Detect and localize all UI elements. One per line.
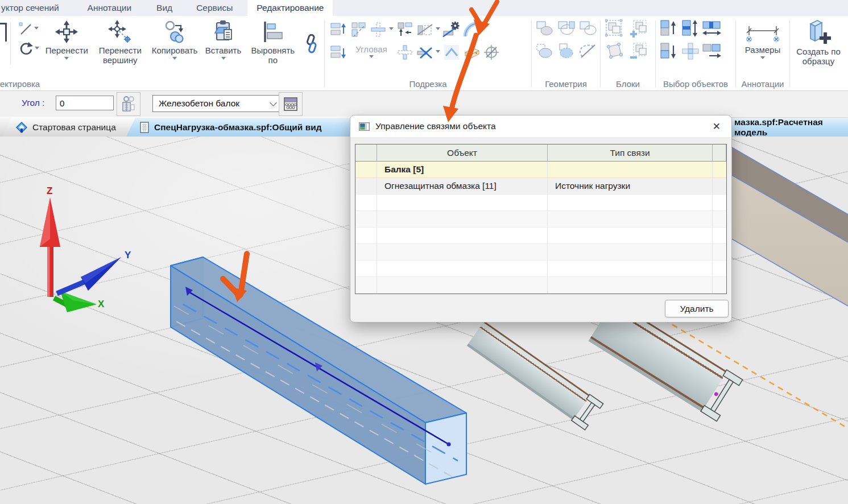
trim-up-button[interactable] bbox=[329, 21, 347, 39]
copy-button[interactable]: Копировать bbox=[149, 18, 200, 62]
table-row-group[interactable]: Балка [5] bbox=[355, 162, 726, 178]
angular-trim-button[interactable]: Угловая bbox=[349, 45, 394, 60]
header-cell-link-type[interactable]: Тип связи bbox=[548, 144, 713, 162]
cross-trim-button[interactable] bbox=[396, 44, 413, 61]
line-tool-icon bbox=[18, 22, 33, 36]
trim-settings-gear-icon bbox=[442, 20, 460, 39]
geometry-intersect2-button[interactable] bbox=[557, 43, 576, 62]
chevron-down-icon[interactable] bbox=[436, 27, 440, 32]
ribbon-group-create: Создать по образцу bbox=[790, 16, 847, 90]
ribbon-group-blocks: Блоки bbox=[601, 16, 655, 90]
copy-label: Копировать bbox=[152, 46, 198, 55]
chevron-down-icon bbox=[221, 57, 226, 62]
close-icon[interactable]: ✕ bbox=[710, 121, 723, 133]
material-style-value: Железобетон балок bbox=[159, 98, 239, 109]
ribbon-group-correction: Перенести Перенести вершину bbox=[0, 16, 324, 90]
create-by-template-button[interactable]: Создать по образцу bbox=[790, 16, 847, 66]
align-by-icon bbox=[260, 20, 286, 43]
table-row[interactable]: Огнезащитная обмазка [11] Источник нагру… bbox=[355, 178, 726, 195]
dialog-title: Управление связями объекта bbox=[375, 121, 496, 131]
ribbon-group-selection: Выбор объектов bbox=[656, 16, 735, 90]
move-button[interactable]: Перенести bbox=[42, 18, 91, 62]
chevron-down-icon[interactable] bbox=[389, 27, 394, 32]
axes-triad: Z Y X bbox=[40, 185, 131, 312]
block-edit-button[interactable] bbox=[605, 42, 624, 63]
storeys-button[interactable] bbox=[117, 92, 140, 116]
solid-trim-button[interactable] bbox=[462, 44, 480, 61]
ribbon-group-annotations: Размеры Аннотации bbox=[736, 16, 789, 90]
corner-trim-button[interactable] bbox=[349, 21, 367, 39]
menu-item-services[interactable]: Сервисы bbox=[187, 0, 242, 16]
copy-icon bbox=[163, 20, 187, 43]
table-row-empty bbox=[355, 244, 726, 261]
menu-item-view[interactable]: Вид bbox=[147, 0, 181, 16]
storeys-icon bbox=[120, 96, 137, 113]
header-cell-object[interactable]: Объект bbox=[377, 144, 548, 162]
material-hatch-icon bbox=[283, 96, 299, 112]
geometry-union-button[interactable] bbox=[536, 20, 554, 39]
group-label-annotations: Аннотации bbox=[736, 79, 789, 89]
ribbon-group-trim: Угловая bbox=[325, 16, 531, 90]
beam-end-snap-point bbox=[714, 391, 719, 396]
block-add-button[interactable] bbox=[629, 19, 648, 40]
geometry-union2-button[interactable] bbox=[536, 43, 554, 62]
dialog-window-icon bbox=[359, 122, 370, 131]
dimensions-icon bbox=[744, 24, 781, 43]
block-create-button[interactable] bbox=[605, 19, 624, 40]
trim-extend-button[interactable] bbox=[396, 21, 413, 39]
document-icon bbox=[140, 122, 149, 133]
select-height-button[interactable] bbox=[680, 19, 701, 40]
link-button[interactable] bbox=[300, 18, 324, 55]
dialog-titlebar[interactable]: Управление связями объекта ✕ bbox=[350, 115, 731, 138]
geometry-split-button[interactable] bbox=[579, 43, 597, 62]
fillet-button[interactable] bbox=[462, 21, 480, 39]
table-row-empty bbox=[355, 211, 726, 228]
tab-start-page-label: Стартовая страница bbox=[32, 122, 116, 133]
material-style-combobox[interactable]: Железобетон балок bbox=[152, 95, 282, 112]
cut-line-button[interactable] bbox=[416, 44, 433, 61]
chevron-down-icon bbox=[270, 99, 277, 106]
paste-button[interactable]: Вставить bbox=[200, 18, 246, 62]
t-trim-button[interactable] bbox=[369, 21, 387, 39]
steel-beam-middle[interactable] bbox=[466, 321, 603, 430]
rotate-button[interactable] bbox=[18, 41, 39, 57]
chevron-down-icon[interactable] bbox=[436, 50, 440, 55]
dimensions-button[interactable]: Размеры bbox=[736, 16, 789, 61]
chevron-down-icon bbox=[760, 56, 765, 61]
select-below-button[interactable] bbox=[659, 42, 679, 63]
cell-indicator bbox=[355, 178, 377, 195]
line-tool-button[interactable] bbox=[18, 22, 39, 36]
move-label: Перенести bbox=[45, 46, 88, 55]
start-page-icon bbox=[16, 122, 27, 133]
circle-trim-button[interactable] bbox=[482, 44, 500, 61]
delete-button[interactable]: Удалить bbox=[665, 300, 729, 317]
geometry-subtract-button[interactable] bbox=[579, 20, 597, 39]
object-links-dialog: Управление связями объекта ✕ Объект Тип … bbox=[350, 115, 732, 323]
menu-item-section-constructor[interactable]: уктор сечений bbox=[0, 0, 68, 16]
select-right-button[interactable] bbox=[701, 42, 723, 63]
select-cross-button[interactable] bbox=[680, 42, 701, 63]
menu-item-annotations[interactable]: Аннотации bbox=[78, 0, 140, 16]
chevron-down-icon bbox=[172, 57, 177, 62]
cell-link-type bbox=[548, 162, 713, 178]
slope-trim-button[interactable] bbox=[416, 21, 433, 39]
material-hatch-button[interactable] bbox=[279, 92, 303, 116]
move-vertex-label: Перенести вершину bbox=[92, 46, 149, 65]
angle-input[interactable] bbox=[56, 96, 114, 110]
move-vertex-button[interactable]: Перенести вершину bbox=[92, 18, 149, 65]
cell-filler bbox=[713, 178, 726, 195]
align-by-button[interactable]: Выровнять по bbox=[246, 18, 300, 65]
tab-general-view-label: СпецНагрузка-обмазка.spf:Общий вид bbox=[154, 122, 322, 133]
tab-calc-model[interactable]: мазка.spf:Расчетная модель bbox=[730, 118, 848, 137]
geometry-intersect-button[interactable] bbox=[557, 20, 576, 39]
menu-item-editing[interactable]: Редактирование bbox=[247, 0, 333, 16]
trim-settings-button[interactable] bbox=[442, 21, 460, 39]
arc-trim-button[interactable] bbox=[442, 44, 460, 61]
trim-down-button[interactable] bbox=[329, 44, 347, 61]
select-width-button[interactable] bbox=[701, 19, 723, 40]
select-above-button[interactable] bbox=[659, 19, 679, 40]
group-label-trim: Подрезка bbox=[325, 79, 531, 89]
tab-general-view[interactable]: СпецНагрузка-обмазка.spf:Общий вид bbox=[126, 118, 378, 137]
block-remove-button[interactable] bbox=[629, 42, 648, 63]
group-label-geometry: Геометрия bbox=[532, 79, 600, 89]
